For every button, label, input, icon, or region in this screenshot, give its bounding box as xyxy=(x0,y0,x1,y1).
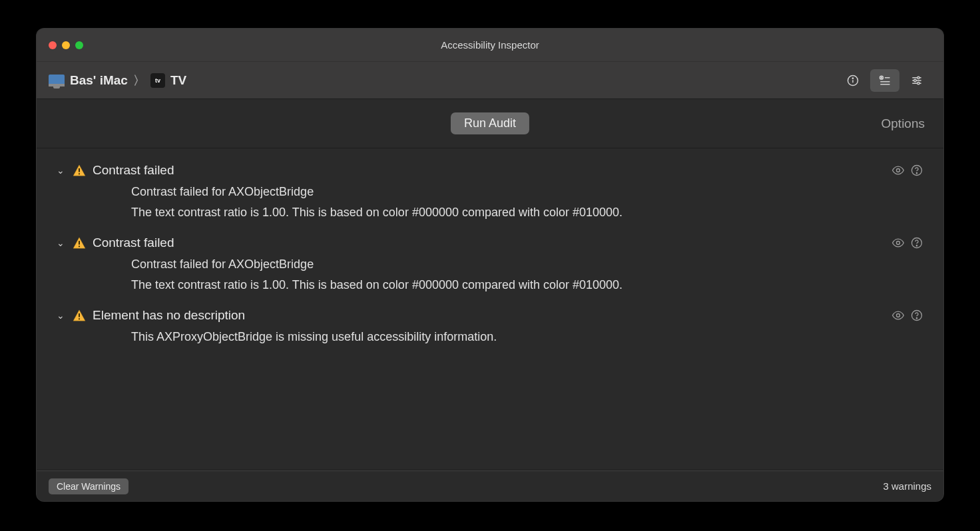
svg-rect-25 xyxy=(79,313,80,317)
svg-rect-15 xyxy=(79,168,80,172)
window-title: Accessibility Inspector xyxy=(441,39,539,51)
svg-point-26 xyxy=(79,319,80,320)
audit-list-icon xyxy=(878,74,891,87)
eye-icon xyxy=(891,164,905,177)
issue-details: Contrast failed for AXObjectBridge The t… xyxy=(57,250,923,295)
svg-point-10 xyxy=(917,77,919,79)
clear-warnings-button[interactable]: Clear Warnings xyxy=(49,478,128,494)
inspector-window: Accessibility Inspector Bas' iMac 〉 tv T… xyxy=(36,28,944,502)
svg-point-2 xyxy=(852,78,853,79)
issue-header-row[interactable]: ⌄ Contrast failed xyxy=(57,236,923,250)
breadcrumb[interactable]: Bas' iMac 〉 tv TV xyxy=(49,73,838,88)
breadcrumb-app: TV xyxy=(170,73,186,88)
issue-detail-line: The text contrast ratio is 1.00. This is… xyxy=(131,202,923,223)
audit-header: Run Audit Options xyxy=(37,99,943,148)
warning-count: 3 warnings xyxy=(883,480,931,492)
chevron-down-icon[interactable]: ⌄ xyxy=(57,310,66,321)
reveal-button[interactable] xyxy=(891,164,905,177)
chevron-down-icon[interactable]: ⌄ xyxy=(57,238,66,248)
svg-point-29 xyxy=(916,318,917,319)
svg-rect-20 xyxy=(79,241,80,245)
svg-point-17 xyxy=(897,169,900,172)
toolbar-actions xyxy=(838,69,931,92)
issue-item: ⌄ Contrast failed Contrast failed for AX… xyxy=(37,232,943,304)
issue-actions xyxy=(891,164,923,177)
tv-app-icon: tv xyxy=(150,73,165,88)
issue-details: Contrast failed for AXObjectBridge The t… xyxy=(57,178,923,222)
issue-detail-line: Contrast failed for AXObjectBridge xyxy=(131,254,923,275)
svg-point-27 xyxy=(897,314,900,317)
issue-detail-line: This AXProxyObjectBridge is missing usef… xyxy=(131,327,923,347)
svg-point-22 xyxy=(897,242,900,245)
svg-point-21 xyxy=(79,246,80,247)
chevron-right-icon: 〉 xyxy=(133,73,145,88)
svg-point-24 xyxy=(916,246,917,246)
svg-point-19 xyxy=(916,173,917,174)
issue-actions xyxy=(891,309,923,322)
options-button[interactable]: Options xyxy=(881,116,925,131)
issue-detail-line: The text contrast ratio is 1.00. This is… xyxy=(131,275,923,295)
issue-header-row[interactable]: ⌄ Contrast failed xyxy=(57,163,923,178)
traffic-lights xyxy=(49,41,83,49)
close-button[interactable] xyxy=(49,41,57,49)
titlebar: Accessibility Inspector xyxy=(37,29,943,62)
issue-details: This AXProxyObjectBridge is missing usef… xyxy=(57,323,923,347)
breadcrumb-device: Bas' iMac xyxy=(70,73,128,88)
reveal-button[interactable] xyxy=(891,309,905,322)
audit-tab-button[interactable] xyxy=(870,69,899,92)
chevron-down-icon[interactable]: ⌄ xyxy=(57,165,66,176)
issue-title: Contrast failed xyxy=(93,163,885,178)
issue-header-row[interactable]: ⌄ Element has no description xyxy=(57,308,923,323)
issue-title: Element has no description xyxy=(93,308,885,323)
minimize-button[interactable] xyxy=(62,41,70,49)
settings-button[interactable] xyxy=(902,69,931,92)
svg-point-16 xyxy=(79,173,80,174)
help-circle-icon xyxy=(910,309,923,322)
help-circle-icon xyxy=(910,164,923,177)
toolbar: Bas' iMac 〉 tv TV xyxy=(37,62,943,99)
reveal-button[interactable] xyxy=(891,236,905,250)
warning-triangle-icon xyxy=(73,164,86,176)
footer: Clear Warnings 3 warnings xyxy=(37,470,943,501)
help-button[interactable] xyxy=(910,309,923,322)
svg-point-12 xyxy=(914,79,916,81)
info-circle-icon xyxy=(846,74,859,87)
run-audit-button[interactable]: Run Audit xyxy=(451,112,529,134)
issue-actions xyxy=(891,236,923,250)
issues-list: ⌄ Contrast failed Contrast failed for AX… xyxy=(37,148,943,463)
eye-icon xyxy=(891,309,905,322)
help-circle-icon xyxy=(910,236,923,250)
issue-item: ⌄ Element has no description This AXProx… xyxy=(37,304,943,357)
svg-point-14 xyxy=(917,82,919,84)
help-button[interactable] xyxy=(910,236,923,250)
issue-item: ⌄ Contrast failed Contrast failed for AX… xyxy=(37,159,943,232)
warning-triangle-icon xyxy=(73,237,86,249)
imac-icon xyxy=(49,75,65,87)
info-button[interactable] xyxy=(838,69,867,92)
help-button[interactable] xyxy=(910,164,923,177)
issue-detail-line: Contrast failed for AXObjectBridge xyxy=(131,182,923,202)
sliders-icon xyxy=(910,74,923,87)
eye-icon xyxy=(891,236,905,250)
warning-triangle-icon xyxy=(73,309,86,321)
maximize-button[interactable] xyxy=(75,41,83,49)
issue-title: Contrast failed xyxy=(93,236,885,250)
